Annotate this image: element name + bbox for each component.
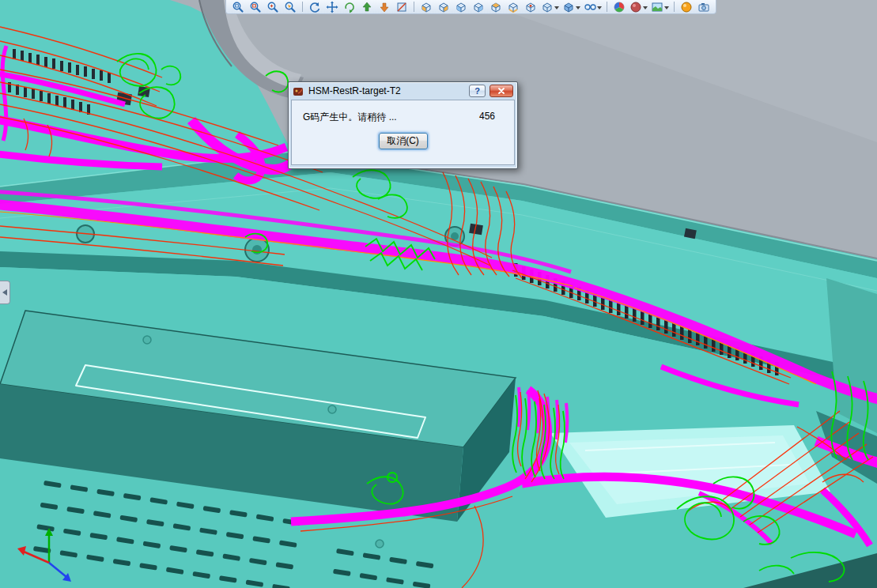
view-isometric-icon[interactable] bbox=[523, 1, 539, 13]
view-orientation-icon[interactable] bbox=[540, 1, 560, 13]
display-style-icon[interactable] bbox=[561, 1, 581, 13]
hide-show-items-icon[interactable] bbox=[583, 1, 603, 13]
apply-scene-icon[interactable] bbox=[611, 1, 627, 13]
chevron-left-icon bbox=[2, 288, 8, 296]
view-toolbar bbox=[225, 0, 716, 14]
pan-icon[interactable] bbox=[324, 1, 340, 13]
camera-view-icon[interactable] bbox=[696, 1, 712, 13]
zoom-to-fit-icon[interactable] bbox=[230, 1, 246, 13]
toolbar-separator bbox=[607, 2, 607, 12]
view-down-icon[interactable] bbox=[376, 1, 392, 13]
toolbar-separator bbox=[414, 2, 414, 12]
view-top-icon[interactable] bbox=[488, 1, 504, 13]
dialog-close-button[interactable] bbox=[490, 85, 513, 97]
dialog-titlebar[interactable]: HSM-RestR-target-T2 ? bbox=[291, 82, 515, 100]
dialog-message: G码产生中。请稍待 ... bbox=[303, 111, 397, 124]
view-back-icon[interactable] bbox=[436, 1, 452, 13]
view-left-icon[interactable] bbox=[453, 1, 469, 13]
close-icon bbox=[497, 86, 506, 96]
view-up-icon[interactable] bbox=[359, 1, 375, 13]
realview-icon[interactable] bbox=[679, 1, 694, 13]
cancel-button[interactable]: 取消(C) bbox=[379, 133, 428, 149]
roll-view-icon[interactable] bbox=[342, 1, 357, 13]
section-view-icon[interactable] bbox=[394, 1, 410, 13]
dialog-body: G码产生中。请稍待 ... 456 取消(C) bbox=[291, 100, 515, 165]
dialog-title: HSM-RestR-target-T2 bbox=[308, 85, 465, 96]
gcode-progress-dialog: HSM-RestR-target-T2 ? G码产生中。请稍待 ... 456 … bbox=[288, 81, 518, 169]
zoom-to-selection-icon[interactable] bbox=[282, 1, 298, 13]
panel-collapse-tab[interactable] bbox=[0, 281, 10, 304]
hsm-app-icon bbox=[293, 85, 304, 97]
zoom-in-out-icon[interactable] bbox=[265, 1, 281, 13]
toolbar-separator bbox=[674, 2, 675, 12]
view-front-icon[interactable] bbox=[418, 1, 434, 13]
scene-background-icon[interactable] bbox=[650, 1, 670, 13]
gcode-counter: 456 bbox=[479, 111, 495, 122]
toolbar-separator bbox=[302, 2, 303, 12]
zoom-to-area-icon[interactable] bbox=[248, 1, 263, 13]
dialog-help-button[interactable]: ? bbox=[469, 85, 486, 97]
edit-appearance-icon[interactable] bbox=[629, 1, 648, 13]
rotate-view-icon[interactable] bbox=[307, 1, 323, 13]
view-right-icon[interactable] bbox=[471, 1, 486, 13]
view-bottom-icon[interactable] bbox=[505, 1, 521, 13]
application-window: HSM-RestR-target-T2 ? G码产生中。请稍待 ... 456 … bbox=[0, 0, 877, 588]
